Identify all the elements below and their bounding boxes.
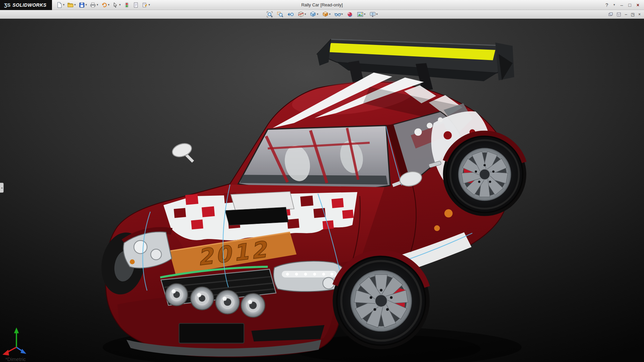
zoom-to-fit-icon bbox=[266, 11, 273, 18]
close-button[interactable]: × bbox=[637, 2, 639, 8]
new-document-icon bbox=[56, 2, 62, 8]
section-view-icon bbox=[298, 11, 304, 18]
edit-appearance-ball-icon bbox=[346, 11, 353, 18]
rear-right-wheel[interactable] bbox=[443, 133, 527, 216]
edit-appearance-button[interactable] bbox=[346, 11, 354, 18]
new-button[interactable]: ▾ bbox=[55, 1, 66, 9]
chevron-down-icon[interactable]: ▾ bbox=[149, 3, 150, 6]
maximize-button[interactable]: □ bbox=[628, 2, 631, 8]
apply-scene-icon bbox=[357, 11, 364, 18]
options-sheet-pencil-icon bbox=[142, 2, 148, 8]
zoom-to-area-icon bbox=[277, 11, 283, 18]
previous-view-button[interactable] bbox=[286, 11, 294, 18]
tile-windows-icon[interactable] bbox=[616, 12, 621, 17]
display-style-cube-icon bbox=[322, 11, 329, 18]
graphics-viewport[interactable]: 2012 bbox=[0, 19, 644, 362]
main-toolbar: ▾ ▾ ▾ ▾ ▾ ▾ ▾ bbox=[52, 1, 151, 9]
print-button[interactable]: ▾ bbox=[89, 1, 99, 9]
document-restore-button[interactable]: ◳ bbox=[631, 12, 635, 17]
view-orientation-label: *Dimetric bbox=[5, 356, 26, 362]
solidworks-logo-text: SOLIDWORKS bbox=[12, 2, 46, 8]
chevron-down-icon[interactable]: ▾ bbox=[317, 13, 318, 16]
zoom-to-area-button[interactable] bbox=[276, 11, 284, 18]
document-window-controls: – ◳ × bbox=[608, 10, 641, 19]
front-right-wheel[interactable] bbox=[333, 252, 430, 349]
document-close-button[interactable]: × bbox=[638, 12, 641, 17]
chevron-down-icon[interactable]: ▾ bbox=[63, 3, 65, 6]
select-button[interactable]: ▾ bbox=[111, 1, 122, 9]
chevron-down-icon[interactable]: ▾ bbox=[74, 3, 76, 6]
zoom-to-fit-button[interactable] bbox=[266, 11, 274, 18]
undo-button[interactable]: ▾ bbox=[100, 1, 111, 9]
right-headlight bbox=[274, 261, 345, 292]
file-properties-icon bbox=[133, 2, 139, 8]
hide-show-items-button[interactable]: ▾ bbox=[334, 11, 344, 18]
collapse-left-icon: ◂ bbox=[1, 186, 2, 189]
view-orientation-button[interactable]: ▾ bbox=[309, 11, 319, 18]
chevron-down-icon[interactable]: ▾ bbox=[108, 3, 110, 6]
title-bar: ƷS SOLIDWORKS ▾ ▾ ▾ ▾ ▾ ▾ bbox=[0, 0, 644, 10]
rebuild-button[interactable] bbox=[123, 1, 131, 9]
hide-show-glasses-icon bbox=[334, 11, 341, 18]
options-button[interactable]: ▾ bbox=[141, 1, 151, 9]
save-floppy-icon bbox=[79, 2, 85, 8]
apply-scene-button[interactable]: ▾ bbox=[356, 11, 366, 18]
display-style-button[interactable]: ▾ bbox=[321, 11, 331, 18]
heads-up-view-toolbar: ▾ ▾ ▾ ▾ ▾ ▾ bbox=[266, 11, 378, 18]
solidworks-logo: ƷS SOLIDWORKS bbox=[0, 0, 52, 10]
chevron-down-icon[interactable]: ▾ bbox=[86, 3, 87, 6]
view-settings-icon bbox=[369, 11, 376, 18]
section-view-button[interactable]: ▾ bbox=[297, 11, 307, 18]
heads-up-bar: ▾ ▾ ▾ ▾ ▾ ▾ – ◳ × bbox=[0, 10, 644, 19]
solidworks-logo-mark-icon: ƷS bbox=[4, 2, 10, 8]
chevron-down-icon[interactable]: ▾ bbox=[305, 13, 306, 16]
document-minimize-button[interactable]: – bbox=[625, 12, 627, 17]
chevron-down-icon[interactable]: ▾ bbox=[376, 13, 378, 16]
new-window-icon[interactable] bbox=[608, 12, 613, 17]
license-plate bbox=[179, 323, 244, 343]
print-icon bbox=[90, 2, 96, 8]
chevron-down-icon[interactable]: ▾ bbox=[97, 3, 98, 6]
view-orientation-cube-icon bbox=[310, 11, 316, 18]
feature-manager-splitter[interactable]: ◂ bbox=[0, 183, 4, 193]
save-button[interactable]: ▾ bbox=[78, 1, 88, 9]
chevron-down-icon[interactable]: ▾ bbox=[329, 13, 331, 16]
3d-scene[interactable]: 2012 bbox=[0, 19, 644, 362]
chevron-down-icon[interactable]: ▾ bbox=[341, 13, 343, 16]
open-folder-icon bbox=[67, 2, 73, 8]
window-controls: ? ▾ – □ × bbox=[605, 2, 644, 8]
chevron-down-icon[interactable]: ▾ bbox=[119, 3, 121, 6]
previous-view-icon bbox=[287, 11, 294, 18]
rebuild-traffic-light-icon bbox=[124, 2, 130, 8]
open-button[interactable]: ▾ bbox=[66, 1, 77, 9]
undo-arrow-icon bbox=[101, 2, 107, 8]
view-settings-button[interactable]: ▾ bbox=[369, 11, 379, 18]
file-properties-button[interactable] bbox=[132, 1, 140, 9]
chevron-down-icon[interactable]: ▾ bbox=[364, 13, 366, 16]
help-chevron-down-icon[interactable]: ▾ bbox=[613, 3, 615, 6]
select-cursor-icon bbox=[112, 2, 118, 8]
minimize-button[interactable]: – bbox=[621, 2, 623, 8]
help-button[interactable]: ? bbox=[605, 2, 608, 8]
